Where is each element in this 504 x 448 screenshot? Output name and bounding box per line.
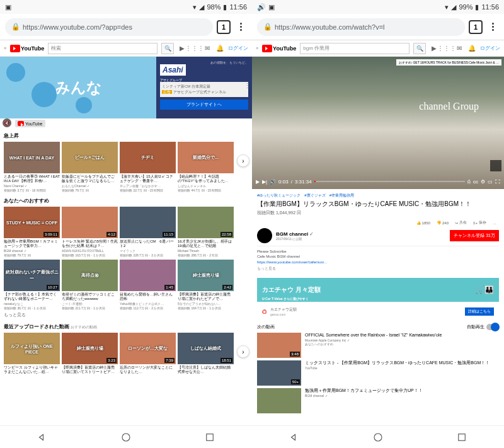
home-button[interactable] [372,432,384,443]
url-field[interactable]: 🔒 https://www.youtube.com/?app=des [5,18,213,36]
video-card[interactable]: ローソンが…大変な 7:39 近所のローソンが大変なことになりました… [120,333,176,375]
ad-menu-icon[interactable]: ⋮ [244,82,251,90]
settings-icon[interactable]: ⚙ [481,179,485,185]
signal-icon: ◢ [199,3,204,11]
subscribe-button[interactable]: チャンネル登録 31万 [450,230,499,241]
share-icon: ↪ [455,221,458,225]
desc-link[interactable]: https://www.youtube.com/user/cafemusi… [257,260,328,264]
fullscreen-icon[interactable]: ⛶ [495,179,500,185]
video-card[interactable]: 1:45 目覚めたら愛猫を…飼い主さん恐怖 Yahoo!映像トピックス公式チ… … [120,260,176,310]
tab-switcher[interactable]: 1 [217,20,231,34]
section-recent: 最近アップロードされた動画 おすすめの動画 [4,323,248,330]
scroll-right-button[interactable]: › [237,154,249,167]
back-button[interactable] [37,432,48,443]
url-field[interactable]: 🔒 https://www.youtube.com/watch?v=l [257,18,465,36]
view-count: 視聴回数 1,044,992 回 [257,210,499,216]
like-button[interactable]: 👍1850 [416,221,430,225]
next-button[interactable]: ▶| [262,179,267,185]
more-icon[interactable]: … [493,221,496,225]
bell-icon[interactable]: 🔔 [467,44,476,53]
search-input[interactable]: bgm 作業用 [300,43,410,54]
video-card[interactable]: 絶対崩れないチア最強ポニー 10:27 【チア部が教える！】本気でくずれない綺麗… [4,260,60,310]
youtube-logo[interactable]: YouTube [10,45,44,52]
youtube-logo[interactable]: YouTube [262,45,296,52]
progress-bar[interactable] [314,181,465,182]
volume-icon: 🔊 [257,3,266,11]
video-card[interactable]: 11:15 放送禁止になったCM 6選 パート2 マイラック 視聴回数 228.… [120,207,176,257]
apps-icon[interactable]: ⋮⋮⋮ [190,44,199,53]
autoplay-toggle[interactable]: 自動再生 [467,324,499,330]
video-card[interactable]: ルフィより強い ONE PIECE ワンピース ルフィより強いキャラまだこんなに… [4,333,60,375]
recent-button[interactable] [204,432,215,443]
video-card[interactable]: STUDY + MUSIC = COFF 3:09:11 勉強用＋作業用BGM！… [4,207,60,257]
browser-menu[interactable] [486,23,499,31]
cast-icon[interactable]: ⎙ [467,179,471,185]
search-button[interactable]: 🔍 [413,43,426,54]
recommend-overlay[interactable]: おすすめ: GET 16HOURS TRACK for BUSINESS:Caf… [396,59,501,66]
back-button[interactable] [289,432,300,443]
svg-point-2 [374,434,382,441]
action-bar: 👍1850 👎240 ↪共有 ≡+保存 … [257,220,499,226]
play-button[interactable]: ▶ [256,179,260,185]
lock-icon: 🔒 [11,23,20,31]
ad-cta-button[interactable]: ブランドサイトへ [160,100,248,110]
video-card[interactable]: ビール×ごはん 炊飯器にビールをブチ込んでご飯を炊くと激ウマになるらし… おるた… [62,142,118,192]
video-card[interactable]: 新婚気分で… 【絶品料理？！】今話題の″TKGY″を作ってみました… しばなんチ… [178,142,234,192]
channel-avatar[interactable] [257,228,272,243]
dislike-button[interactable]: 👎240 [437,221,449,225]
video-player[interactable]: おすすめ: GET 16HOURS TRACK for BUSINESS:Caf… [252,57,504,189]
promo-button[interactable]: 詳細はこちら [465,307,494,316]
photo-icon: ▣ [5,3,11,11]
cc-icon[interactable]: cc [473,179,478,185]
apps-icon[interactable]: ⋮⋮⋮ [442,44,451,53]
browser-menu[interactable] [234,23,247,31]
browser-toolbar: 🔒 https://www.youtube.com/?app=des 1 [0,14,252,40]
next-video[interactable]: 50+ ミックスリスト - 【作業用BGM】リラックスBGM・ゆったりCAFE … [257,360,499,386]
search-button[interactable]: 🔍 [161,43,174,54]
next-video[interactable]: 3:48 OFFICIAL Somewhere over the Rainbow… [257,333,499,358]
video-card[interactable]: WHAT I EAT IN A DAY とある一日の食事③ WHAT I EAT… [4,142,60,192]
lock-icon: 🔒 [263,23,272,31]
show-more[interactable]: もっと見る [257,266,499,271]
save-button[interactable]: ≡+保存 [473,220,486,226]
phone-right: 🔊 ▣ ▾ ◢ 99% ▮ 11:56 🔒 https://www.youtub… [252,0,504,448]
channel-name[interactable]: BGM channel ✓ [276,231,314,237]
login-link[interactable]: ログイン [480,45,500,52]
yt-header: ≡ YouTube bgm 作業用 🔍 ▶ ⋮⋮⋮ ✉ 🔔 ログイン [252,40,504,57]
home-feed: みんな あの感動を、もういちど。 Asahi アサヒグループ ミンティア新CM … [0,57,252,425]
svg-rect-3 [459,434,466,440]
messages-icon[interactable]: ✉ [203,44,212,53]
tab-switcher[interactable]: 1 [469,20,483,34]
video-card[interactable]: 22:58 16才美少女JKが妊娠し、相手は19歳の従兄と…で結婚 Michae… [178,207,234,257]
video-card[interactable]: 4:12 トーレス矢神 緊迫の5分間！生死を分けた結果 結末は？… ASIAN … [62,207,118,257]
messages-icon[interactable]: ✉ [455,44,464,53]
trending-shelf: WHAT I EAT IN A DAY とある一日の食事③ WHAT I EAT… [4,142,248,192]
hashtags[interactable]: #ゆったり秋ミュージック #寛ぐジャズ #作業用勉強用 [257,193,499,198]
scroll-right-button[interactable]: › [237,345,249,358]
battery-icon: ▮ [475,3,479,11]
video-card[interactable]: 紳士服売り場 3:23 【即興演奏】百貨店の紳士服売り場に置いてストリートピア… [62,333,118,375]
bell-icon[interactable]: 🔔 [215,44,224,53]
phone-left: ▣ ▾ ◢ 98% ▮ 11:56 🔒 https://www.youtube.… [0,0,252,448]
hamburger-icon[interactable]: ≡ [4,46,6,50]
promo-banner[interactable]: カエチャウ 月々定額 U-Car T-Value さらに選びやすく 🛒👪 [257,278,499,302]
volume-button[interactable]: 🔊 [270,179,276,185]
video-card[interactable]: 高得点㊙ 進研ゼミの漫画でツッコミどころ満載だったwwwww こーく-不透明- … [62,260,118,310]
home-button[interactable] [120,432,132,443]
more-link[interactable]: もっと見る [4,312,248,318]
next-video[interactable]: 勉強用＋作業用BGM！カフェミュージックで集中力UP！！BGM channel … [257,388,499,413]
hamburger-icon[interactable]: ≡ [256,46,258,50]
theater-icon[interactable]: ▭ [488,179,493,185]
mute-icon[interactable]: 🔇 [3,118,11,127]
video-card[interactable]: しばなん結婚式 18:51 【号泣注意】しばなん夫婦結婚式幸せな大公… [178,333,234,375]
description: Please Subscribe Cafe Music BGM channel … [257,249,499,272]
recent-button[interactable] [456,432,467,443]
share-button[interactable]: ↪共有 [455,220,467,226]
svg-point-0 [122,434,130,441]
clock: 11:56 [229,3,247,11]
video-card[interactable]: チヂミ 【激辛大食い】15人前!2㎡ コチュチゲング・青唐辛… ロシアン佐藤「お… [120,142,176,192]
search-input[interactable]: 検索 [48,43,158,54]
login-link[interactable]: ログイン [228,45,248,52]
masthead-ad[interactable]: みんな あの感動を、もういちど。 Asahi アサヒグループ ミンティア新CM … [0,57,252,118]
video-card[interactable]: 紳士服売り場 2:42 【即興演奏】百貨店の紳士服売り場に置かれたピアノで… 5… [178,260,234,310]
